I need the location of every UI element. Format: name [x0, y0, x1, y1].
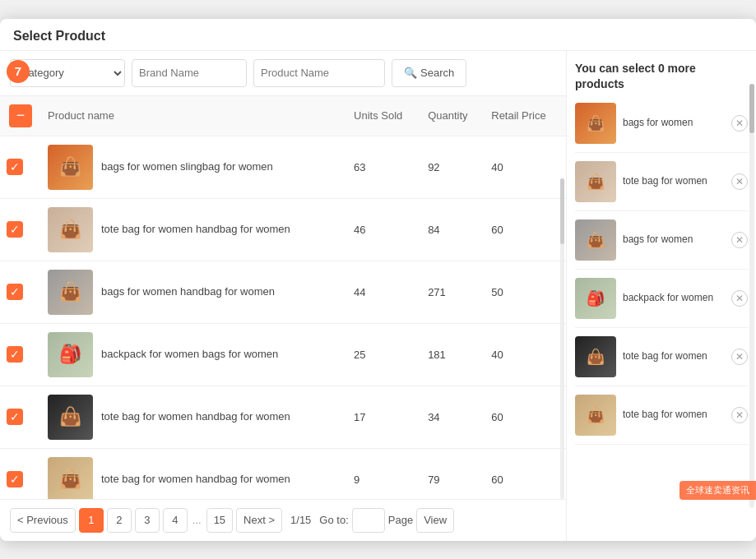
row-quantity: 34	[421, 386, 485, 448]
checkmark-icon: ✓	[10, 285, 20, 298]
table-scrollbar[interactable]	[560, 178, 564, 499]
row-product-cell: 👜 tote bag for women handbag for women	[41, 448, 347, 499]
page-info: 1/15	[290, 514, 311, 526]
selected-item-name: tote bag for women	[623, 174, 725, 188]
page-label: Page	[388, 514, 413, 526]
page-last-button[interactable]: 15	[206, 508, 233, 533]
page-2-button[interactable]: 2	[107, 508, 132, 533]
modal-container: 7 Select Product Category 🔍 Search	[0, 19, 756, 541]
right-scrollbar[interactable]	[749, 84, 754, 508]
goto-input[interactable]	[352, 508, 385, 533]
table-row: ✓ 👜 bags for women slingbag for women 63…	[0, 136, 566, 198]
row-units-sold: 25	[347, 323, 421, 386]
row-product-cell: 👜 bags for women slingbag for women	[41, 136, 347, 198]
remove-item-button[interactable]: ✕	[731, 290, 748, 307]
product-thumbnail: 👜	[48, 207, 93, 252]
row-quantity: 84	[421, 198, 485, 261]
row-quantity: 271	[421, 261, 485, 323]
row-quantity: 181	[421, 323, 485, 386]
selected-item-name: bags for women	[623, 116, 725, 130]
product-thumbnail: 👜	[48, 145, 93, 190]
right-panel: You can select 0 more products 👜 bags fo…	[567, 51, 756, 541]
row-product-cell: 🎒 backpack for women bags for women	[41, 323, 347, 386]
selected-thumbnail: 👜	[575, 395, 616, 436]
goto-label: Go to:	[319, 514, 348, 526]
table-row: ✓ 👜 bags for women handbag for women 44 …	[0, 261, 566, 323]
selected-item: 👜 tote bag for women ✕	[575, 395, 748, 445]
remove-item-button[interactable]: ✕	[731, 115, 748, 132]
right-panel-header: You can select 0 more products	[575, 61, 748, 93]
prev-button[interactable]: < Previous	[10, 508, 76, 533]
row-units-sold: 46	[347, 198, 421, 261]
row-quantity: 92	[421, 136, 485, 198]
row-checkbox[interactable]: ✓	[7, 221, 23, 238]
row-checkbox-cell[interactable]: ✓	[0, 198, 41, 261]
product-name: tote bag for women handbag for women	[101, 409, 290, 425]
row-checkbox[interactable]: ✓	[7, 471, 23, 487]
row-units-sold: 9	[347, 448, 421, 499]
row-checkbox-cell[interactable]: ✓	[0, 323, 41, 386]
next-button[interactable]: Next >	[236, 508, 282, 533]
row-checkbox-cell[interactable]: ✓	[0, 386, 41, 448]
product-thumbnail: 🎒	[48, 332, 93, 377]
selected-item: 🎒 backpack for women ✕	[575, 278, 748, 328]
page-ellipsis: ...	[191, 514, 203, 526]
row-checkbox[interactable]: ✓	[7, 284, 23, 300]
product-name-input[interactable]	[253, 59, 385, 87]
selection-badge: 7	[7, 60, 30, 83]
remove-item-button[interactable]: ✕	[731, 407, 748, 423]
row-units-sold: 17	[347, 386, 421, 448]
product-name: bags for women handbag for women	[101, 284, 275, 300]
selected-item: 👜 tote bag for women ✕	[575, 161, 748, 211]
row-quantity: 79	[421, 448, 485, 499]
product-table: − Product name Units Sold Quantity Retai…	[0, 96, 566, 499]
row-checkbox-cell[interactable]: ✓	[0, 448, 41, 499]
table-row: ✓ 👜 tote bag for women handbag for women…	[0, 198, 566, 261]
checkmark-icon: ✓	[10, 160, 20, 173]
row-checkbox-cell[interactable]: ✓	[0, 261, 41, 323]
product-name: bags for women slingbag for women	[101, 159, 273, 175]
search-icon: 🔍	[404, 67, 417, 79]
page-1-button[interactable]: 1	[79, 508, 104, 533]
product-thumbnail: 👜	[48, 395, 93, 440]
remove-item-button[interactable]: ✕	[731, 173, 748, 190]
row-checkbox[interactable]: ✓	[7, 159, 23, 175]
checkmark-icon: ✓	[10, 410, 20, 423]
watermark: 全球速卖通资讯	[679, 481, 756, 500]
brand-input[interactable]	[132, 59, 247, 87]
row-retail-price: 60	[485, 448, 566, 499]
row-product-cell: 👜 bags for women handbag for women	[41, 261, 347, 323]
selected-thumbnail: 👜	[575, 219, 616, 261]
pagination: < Previous 1 2 3 4 ... 15 Next > 1/15 Go…	[0, 499, 566, 541]
product-name: backpack for women bags for women	[101, 346, 278, 363]
page-4-button[interactable]: 4	[163, 508, 188, 533]
minus-icon: −	[16, 107, 26, 124]
row-retail-price: 60	[485, 386, 566, 448]
remove-item-button[interactable]: ✕	[731, 349, 748, 365]
checkmark-icon: ✓	[10, 223, 20, 236]
selected-thumbnail: 👜	[575, 161, 616, 202]
product-name: tote bag for women handbag for women	[101, 471, 290, 487]
selected-thumbnail: 🎒	[575, 278, 616, 319]
row-checkbox[interactable]: ✓	[7, 346, 23, 363]
left-panel: Category 🔍 Search	[0, 51, 567, 541]
row-checkbox-cell[interactable]: ✓	[0, 136, 41, 198]
col-units-sold: Units Sold	[347, 96, 421, 136]
row-units-sold: 44	[347, 261, 421, 323]
row-retail-price: 60	[485, 198, 566, 261]
row-checkbox[interactable]: ✓	[7, 409, 23, 425]
right-scrollbar-thumb	[749, 84, 754, 133]
product-thumbnail: 👜	[48, 270, 93, 315]
row-units-sold: 63	[347, 136, 421, 198]
checkmark-icon: ✓	[10, 348, 20, 361]
table-scrollbar-thumb	[560, 178, 564, 244]
selected-item-name: tote bag for women	[623, 349, 725, 363]
search-button[interactable]: 🔍 Search	[392, 59, 466, 87]
selected-item: 👜 bags for women ✕	[575, 103, 748, 153]
selected-item: 👜 bags for women ✕	[575, 219, 748, 270]
remove-item-button[interactable]: ✕	[731, 232, 748, 248]
view-button[interactable]: View	[416, 508, 454, 533]
row-retail-price: 40	[485, 136, 566, 198]
deselect-all-button[interactable]: −	[9, 104, 32, 127]
page-3-button[interactable]: 3	[135, 508, 160, 533]
